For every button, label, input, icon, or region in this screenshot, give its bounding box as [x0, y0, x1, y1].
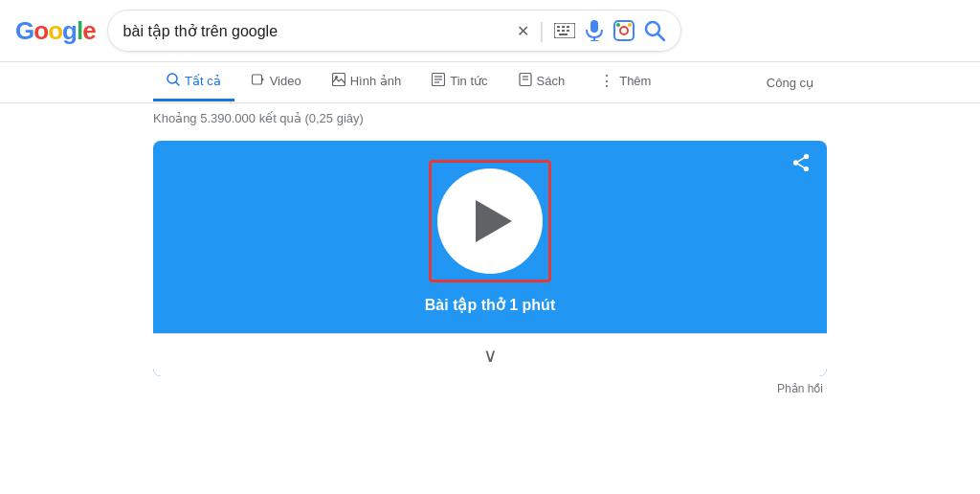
tab-tin-tuc-label: Tin tức — [450, 74, 487, 88]
logo-g2: g — [62, 16, 77, 46]
them-icon: ⋮ — [599, 72, 614, 90]
tab-hinh-anh-label: Hình ảnh — [350, 74, 402, 88]
svg-rect-5 — [562, 30, 565, 32]
svg-point-14 — [628, 23, 632, 27]
video-title: Bài tập thở 1 phút — [425, 296, 555, 314]
tab-video-label: Video — [270, 74, 301, 88]
svg-line-18 — [176, 82, 179, 85]
search-icon[interactable] — [644, 20, 665, 41]
tab-tat-ca-label: Tất cả — [185, 74, 221, 88]
google-logo: G o o g l e — [15, 16, 96, 46]
logo-o1: o — [33, 16, 48, 46]
tab-tin-tuc[interactable]: Tin tức — [418, 63, 501, 101]
svg-rect-4 — [557, 30, 560, 32]
tab-sach-label: Sách — [537, 74, 566, 88]
logo-g: G — [15, 16, 33, 46]
keyboard-icon[interactable] — [554, 23, 575, 38]
tools-label: Công cụ — [767, 76, 813, 90]
svg-rect-2 — [562, 26, 565, 28]
svg-rect-3 — [567, 26, 569, 28]
play-button-wrapper[interactable] — [429, 160, 551, 282]
svg-rect-6 — [567, 30, 569, 32]
tat-ca-icon — [167, 73, 180, 89]
svg-rect-8 — [590, 20, 598, 33]
share-icon[interactable] — [791, 152, 812, 178]
chevron-down-icon: ∨ — [483, 344, 498, 367]
feedback-label[interactable]: Phản hồi — [777, 382, 823, 395]
tab-them-label: Thêm — [619, 74, 651, 88]
svg-rect-1 — [557, 26, 560, 28]
svg-marker-20 — [261, 78, 264, 82]
svg-point-12 — [620, 27, 628, 34]
main-content: Bài tập thở 1 phút ∨ Phản hồi — [0, 141, 980, 401]
expand-row[interactable]: ∨ — [153, 333, 827, 376]
video-inner: Bài tập thở 1 phút — [153, 141, 827, 333]
tab-sach[interactable]: Sách — [505, 63, 579, 101]
header: G o o g l e ✕ | — [0, 0, 980, 62]
logo-o2: o — [48, 16, 62, 46]
play-circle[interactable] — [437, 168, 543, 274]
tools-button[interactable]: Công cụ — [753, 66, 827, 100]
video-icon — [252, 73, 265, 89]
logo-e: e — [82, 16, 95, 46]
svg-line-16 — [657, 34, 664, 41]
play-triangle-icon — [476, 200, 512, 242]
tab-tat-ca[interactable]: Tất cả — [153, 63, 234, 101]
feedback-row: Phản hồi — [153, 376, 827, 401]
tabs-bar: Tất cả Video Hình ảnh — [0, 62, 980, 103]
lens-icon[interactable] — [613, 20, 635, 41]
tab-video[interactable]: Video — [238, 63, 315, 101]
search-bar: ✕ | — [107, 10, 681, 52]
tin-tuc-icon — [432, 73, 445, 89]
svg-rect-7 — [559, 34, 568, 35]
sach-icon — [519, 73, 532, 89]
svg-point-13 — [616, 23, 620, 27]
tab-them[interactable]: ⋮ Thêm — [586, 62, 664, 102]
clear-icon[interactable]: ✕ — [517, 22, 529, 40]
results-text: Khoảng 5.390.000 kết quả (0,25 giây) — [153, 111, 364, 125]
hinh-anh-icon — [332, 73, 345, 89]
tab-hinh-anh[interactable]: Hình ảnh — [319, 63, 415, 101]
search-icons: ✕ | — [517, 18, 665, 43]
svg-point-22 — [335, 76, 338, 79]
mic-icon[interactable] — [585, 20, 604, 41]
svg-rect-19 — [252, 75, 261, 84]
divider: | — [539, 18, 545, 43]
video-card: Bài tập thở 1 phút ∨ — [153, 141, 827, 376]
search-input[interactable] — [123, 22, 507, 39]
results-info: Khoảng 5.390.000 kết quả (0,25 giây) — [0, 103, 980, 133]
